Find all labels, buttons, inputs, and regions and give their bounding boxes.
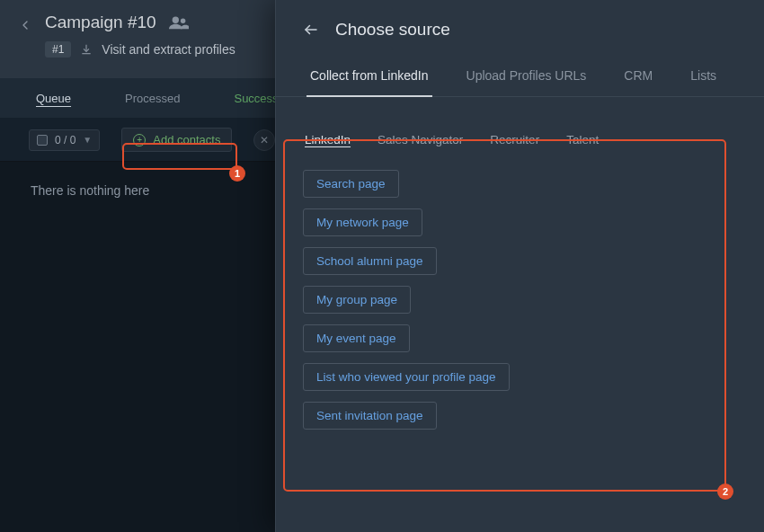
add-contacts-label: Add contacts <box>153 133 220 146</box>
linkedin-source-area: LinkedIn Sales Navigator Recruiter Talen… <box>292 117 748 518</box>
step-chip: #1 <box>45 41 71 58</box>
panel-title: Choose source <box>335 20 450 40</box>
campaign-title: Campaign #10 <box>45 13 156 32</box>
choose-source-panel: Choose source Collect from LinkedIn Uplo… <box>275 0 764 532</box>
source-tabs: Collect from LinkedIn Upload Profiles UR… <box>276 52 764 97</box>
option-sent-invitation[interactable]: Sent invitation page <box>303 402 437 430</box>
option-school-alumni[interactable]: School alumni page <box>303 247 437 275</box>
people-icon <box>169 15 189 30</box>
tab-processed[interactable]: Processed <box>125 79 180 118</box>
selection-count-text: 0 / 0 <box>55 134 76 146</box>
download-icon <box>80 43 93 56</box>
close-icon: ✕ <box>260 134 269 146</box>
secondary-action-button[interactable]: ✕ <box>253 129 275 151</box>
option-search-page[interactable]: Search page <box>303 170 399 198</box>
tab-lists[interactable]: Lists <box>687 59 720 96</box>
tab-collect-linkedin[interactable]: Collect from LinkedIn <box>306 59 432 97</box>
back-icon[interactable] <box>18 18 32 32</box>
sub-tab-linkedin[interactable]: LinkedIn <box>305 133 351 146</box>
callout-badge-2: 2 <box>717 483 733 500</box>
option-my-event[interactable]: My event page <box>303 324 410 352</box>
sub-tab-sales-navigator[interactable]: Sales Navigator <box>378 133 463 146</box>
plus-circle-icon: + <box>133 134 146 146</box>
checkbox-icon <box>37 135 48 146</box>
tab-queue[interactable]: Queue <box>36 79 71 118</box>
option-my-network[interactable]: My network page <box>303 208 422 236</box>
sub-tab-talent[interactable]: Talent <box>566 133 599 146</box>
svg-point-0 <box>172 17 178 23</box>
selection-count[interactable]: 0 / 0 ▼ <box>29 129 100 151</box>
panel-back-icon[interactable] <box>303 22 319 38</box>
add-contacts-button[interactable]: + Add contacts <box>121 128 232 152</box>
callout-badge-1: 1 <box>229 165 245 182</box>
svg-point-1 <box>180 18 185 23</box>
platform-sub-tabs: LinkedIn Sales Navigator Recruiter Talen… <box>301 129 739 159</box>
option-my-group[interactable]: My group page <box>303 286 411 314</box>
tab-crm[interactable]: CRM <box>620 59 656 96</box>
sub-tab-recruiter[interactable]: Recruiter <box>490 133 539 146</box>
empty-state-text: There is nothing here <box>31 183 149 198</box>
panel-header: Choose source <box>276 0 764 52</box>
step-text: Visit and extract profiles <box>102 42 235 57</box>
chevron-down-icon: ▼ <box>83 135 92 145</box>
tab-upload-urls[interactable]: Upload Profiles URLs <box>463 59 591 96</box>
page-options-list: Search page My network page School alumn… <box>301 159 739 440</box>
option-viewed-profile[interactable]: List who viewed your profile page <box>303 363 510 391</box>
